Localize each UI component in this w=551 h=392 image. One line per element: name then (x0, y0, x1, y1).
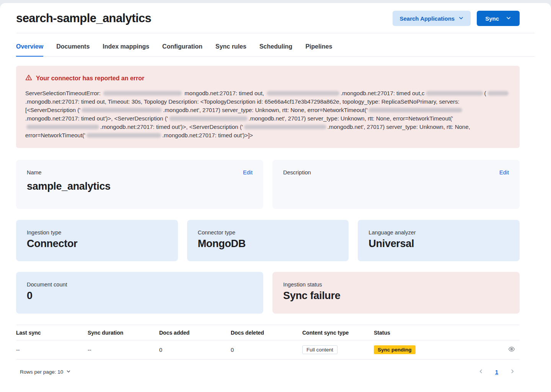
language-analyzer-card: Language analyzer Universal (358, 220, 520, 261)
ingestion-status-card: Ingestion status Sync failure (272, 272, 520, 314)
actions-cell (445, 340, 520, 359)
column-header-sync-duration: Sync duration (88, 325, 159, 340)
tab-configuration[interactable]: Configuration (162, 43, 202, 56)
docs-added-cell: 0 (159, 340, 231, 359)
previous-page-button[interactable] (478, 368, 484, 376)
column-header-docs-added: Docs added (159, 325, 231, 340)
document-count-value: 0 (27, 290, 253, 302)
tab-bar: Overview Documents Index mappings Config… (16, 33, 535, 57)
table-footer: Rows per page: 10 1 (16, 359, 520, 386)
tab-documents[interactable]: Documents (56, 43, 90, 56)
ingestion-status-value: Sync failure (283, 290, 509, 302)
error-banner: Your connector has reported an error Ser… (16, 66, 520, 148)
eye-icon (508, 348, 515, 354)
chevron-down-icon (66, 369, 71, 375)
rows-per-page-label: Rows per page: 10 (20, 369, 63, 375)
view-sync-details-button[interactable] (507, 345, 516, 355)
connector-type-label: Connector type (198, 229, 338, 236)
next-page-button[interactable] (509, 368, 516, 376)
redacted-text (26, 125, 99, 129)
ingestion-type-value: Connector (27, 238, 167, 250)
redacted-text (244, 125, 326, 129)
tab-sync-rules[interactable]: Sync rules (215, 43, 246, 56)
error-message: ServerSelectionTimeoutError: mongodb.net… (25, 89, 510, 140)
sync-button[interactable]: Sync (477, 11, 520, 26)
sync-button-label: Sync (485, 15, 499, 22)
rows-per-page-button[interactable]: Rows per page: 10 (16, 369, 71, 375)
document-count-card: Document count 0 (16, 272, 263, 314)
status-cell: Sync pending (374, 340, 445, 359)
language-analyzer-value: Universal (368, 238, 509, 250)
table-row: -- -- 0 0 Full content Sync pending (16, 340, 520, 359)
warning-triangle-icon (25, 74, 32, 83)
chevron-down-icon (458, 15, 464, 22)
description-card: Description Edit (272, 160, 520, 209)
name-card-label: Name (27, 169, 42, 176)
tab-pipelines[interactable]: Pipelines (305, 43, 332, 56)
error-banner-title: Your connector has reported an error (36, 75, 144, 82)
error-banner-title-row: Your connector has reported an error (25, 74, 510, 83)
page-title: search-sample_analytics (16, 11, 151, 25)
redacted-text (103, 91, 182, 96)
content-sync-type-cell: Full content (302, 340, 374, 359)
name-card: Name Edit sample_analytics (16, 160, 263, 209)
table-header-row: Last sync Sync duration Docs added Docs … (16, 325, 520, 340)
ingestion-type-card: Ingestion type Connector (16, 220, 178, 261)
page-header: search-sample_analytics Search Applicati… (0, 3, 551, 33)
sync-history-table: Last sync Sync duration Docs added Docs … (16, 325, 520, 359)
column-header-status: Status (374, 325, 445, 340)
connector-type-value: MongoDB (198, 238, 338, 250)
full-content-badge: Full content (302, 345, 337, 354)
connector-overview-page: search-sample_analytics Search Applicati… (0, 3, 551, 392)
redacted-text (82, 108, 162, 112)
main-content: Your connector has reported an error Ser… (0, 57, 551, 386)
column-header-last-sync: Last sync (16, 325, 88, 340)
tab-scheduling[interactable]: Scheduling (259, 43, 292, 56)
name-value: sample_analytics (27, 181, 253, 192)
document-count-label: Document count (27, 281, 253, 288)
docs-deleted-cell: 0 (231, 340, 302, 359)
tab-overview[interactable]: Overview (16, 43, 43, 57)
column-header-docs-deleted: Docs deleted (231, 325, 302, 340)
chevron-right-icon (510, 369, 515, 375)
search-applications-button[interactable]: Search Applications (393, 11, 471, 26)
sync-duration-cell: -- (88, 340, 159, 359)
search-applications-label: Search Applications (399, 15, 455, 22)
language-analyzer-label: Language analyzer (368, 229, 509, 236)
redacted-text (169, 116, 248, 121)
chevron-down-icon (506, 15, 511, 22)
edit-description-link[interactable]: Edit (499, 169, 509, 176)
last-sync-cell: -- (16, 340, 88, 359)
status-row: Document count 0 Ingestion status Sync f… (16, 272, 520, 314)
sync-pending-badge: Sync pending (374, 345, 416, 354)
pagination: 1 (478, 368, 520, 376)
redacted-text (86, 133, 161, 138)
redacted-text (368, 108, 462, 112)
connector-type-card: Connector type MongoDB (187, 220, 349, 261)
tab-index-mappings[interactable]: Index mappings (103, 43, 149, 56)
redacted-text (426, 91, 483, 96)
name-description-row: Name Edit sample_analytics Description E… (16, 160, 520, 209)
redacted-text (267, 91, 339, 96)
header-actions: Search Applications Sync (393, 11, 520, 26)
ingestion-type-label: Ingestion type (27, 229, 167, 236)
description-card-label: Description (283, 169, 311, 176)
edit-name-link[interactable]: Edit (243, 169, 253, 176)
redacted-text (487, 91, 509, 96)
ingestion-status-label: Ingestion status (283, 281, 509, 288)
chevron-left-icon (478, 369, 484, 375)
connector-info-row: Ingestion type Connector Connector type … (16, 220, 520, 261)
page-1-button[interactable]: 1 (493, 369, 500, 376)
column-header-content-sync-type: Content sync type (302, 325, 374, 340)
column-header-actions (445, 325, 520, 340)
